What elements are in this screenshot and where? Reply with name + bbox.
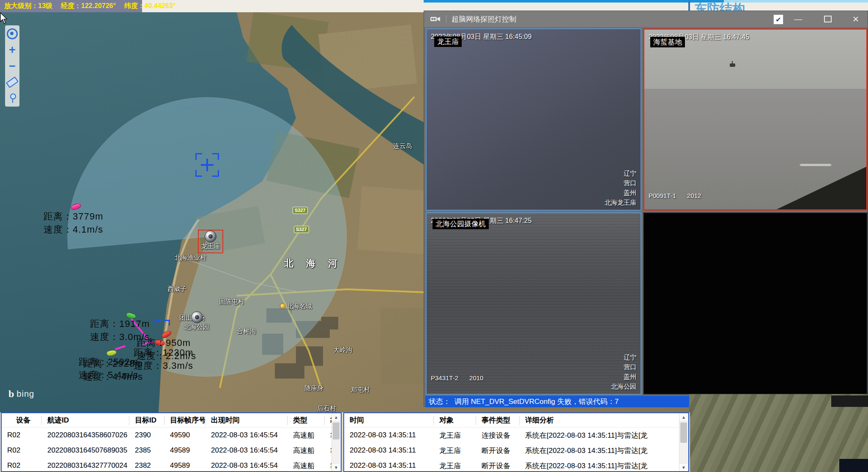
background-window-divider bbox=[688, 1, 690, 11]
check-icon: ✔ bbox=[775, 16, 781, 24]
map-label: 固陈屯村 bbox=[219, 298, 244, 306]
title-separator bbox=[446, 15, 446, 23]
device-code-overlay: P0091T-1 2012 bbox=[649, 192, 701, 199]
map-label: 后石村 bbox=[317, 404, 336, 412]
camera-marker-longwangmiao[interactable]: 龙王庙 bbox=[198, 230, 223, 253]
background-dark-panel bbox=[831, 395, 868, 407]
maximize-button[interactable] bbox=[821, 13, 835, 25]
video-feed-empty[interactable] bbox=[643, 212, 868, 395]
bottom-panel: 设备 航迹ID 目标ID 目标帧序号 出现时间 类型 靠 R0220220803… bbox=[0, 412, 690, 472]
minimize-button[interactable]: — bbox=[791, 13, 805, 25]
target-annotation: 距离：3779m速度：4.1m/s bbox=[44, 210, 103, 236]
status-label: 状态： bbox=[429, 397, 450, 406]
track-table: 设备 航迹ID 目标ID 目标帧序号 出现时间 类型 靠 R0220220803… bbox=[1, 412, 342, 472]
target-crosshair bbox=[195, 153, 219, 177]
table-row[interactable]: 2022-08-03 14:35:11龙王庙 连接设备系统在[2022-08-0… bbox=[344, 428, 679, 443]
sea-texture bbox=[427, 213, 641, 394]
scroll-down-icon[interactable]: ▼ bbox=[679, 463, 688, 471]
map-label: 随庙身 bbox=[304, 384, 323, 392]
boat-wake bbox=[800, 164, 831, 166]
map-label: 大岭沟 bbox=[333, 346, 352, 354]
event-table-header: 时间 对象 事件类型 详细分析 bbox=[344, 413, 679, 428]
minimize-icon: — bbox=[794, 14, 802, 24]
locate-icon[interactable] bbox=[7, 29, 18, 39]
scroll-up-icon[interactable]: ▲ bbox=[332, 413, 340, 421]
poi-icon bbox=[280, 303, 285, 309]
scrollbar[interactable]: ▲ ▼ bbox=[331, 413, 341, 471]
video-feed-haizhe-base[interactable]: 2022年08月03日 星期三 16:47:45 海蜇基地 P0091T-1 2… bbox=[643, 28, 868, 211]
target-bracket-icon bbox=[164, 320, 170, 326]
road-badge: S327 bbox=[293, 207, 308, 214]
camera-marker-beihai-park[interactable] bbox=[191, 311, 203, 323]
scrollbar-thumb[interactable] bbox=[680, 423, 687, 443]
table-row[interactable]: R0220220803164507689035 238549589 2022-0… bbox=[2, 443, 331, 458]
map-toolbar: + − bbox=[5, 25, 19, 107]
feed-label-chip: 海蜇基地 bbox=[650, 37, 685, 47]
table-row[interactable]: 2022-08-03 14:35:11龙王庙 断开设备系统在[2022-08-0… bbox=[344, 443, 679, 458]
dome-camera-icon bbox=[205, 231, 216, 242]
close-button[interactable]: ✕ bbox=[849, 13, 863, 25]
event-table: 时间 对象 事件类型 详细分析 2022-08-03 14:35:11龙王庙 连… bbox=[343, 412, 689, 472]
bing-logo: bbing bbox=[8, 388, 34, 400]
scroll-down-icon[interactable]: ▼ bbox=[332, 463, 340, 471]
scrollbar-thumb[interactable] bbox=[333, 423, 340, 439]
feed-label-chip: 北海公园摄像机 bbox=[433, 219, 489, 229]
map-label: 北海渔业村 bbox=[175, 254, 206, 262]
scrollbar[interactable]: ▲ ▼ bbox=[679, 413, 688, 471]
map-label: 郑屯村 bbox=[351, 386, 370, 394]
table-row[interactable]: 2022-08-03 14:35:11龙王庙 断开设备系统在[2022-08-0… bbox=[344, 458, 679, 472]
status-message: 调用 NET_DVR_SetDVRConfig 失败，错误代码：7 bbox=[455, 397, 619, 406]
scroll-up-icon[interactable]: ▲ bbox=[679, 413, 688, 421]
longitude: 经度：122.20726° bbox=[61, 2, 116, 11]
ship-silhouette bbox=[730, 63, 735, 67]
road-badge: S327 bbox=[294, 226, 309, 233]
table-row[interactable]: R0220220803164358607026 239049590 2022-0… bbox=[2, 428, 331, 443]
map-label: 连云岛 bbox=[393, 142, 412, 150]
screen: + − 龙王庙 连云岛 北海渔业村 bbox=[0, 0, 868, 472]
zoom-level: 放大级别：13级 bbox=[4, 2, 52, 11]
titlebar-checkbox[interactable]: ✔ bbox=[773, 14, 783, 25]
target-bracket-icon bbox=[155, 320, 161, 326]
map-label: 北海公园 bbox=[184, 323, 209, 331]
ruler-icon[interactable] bbox=[7, 77, 18, 87]
feed-label-chip: 龙王庙 bbox=[434, 36, 462, 47]
camera-label: 龙王庙 bbox=[201, 242, 220, 250]
video-feed-longwangmiao[interactable]: 2022年08月03日 星期三 16:45:09 龙王庙 辽宁 营口 盖州 北海… bbox=[426, 28, 641, 211]
close-icon: ✕ bbox=[852, 14, 859, 24]
searchlight-control-window: 超脑网络探照灯控制 ✔ — ✕ 2022年08月03日 星期三 16:45:09… bbox=[424, 11, 868, 407]
track-table-header: 设备 航迹ID 目标ID 目标帧序号 出现时间 类型 靠 bbox=[2, 413, 331, 428]
device-code-overlay: P3431T-2 2010 bbox=[431, 374, 483, 381]
map-label: 合树沟 bbox=[237, 327, 256, 335]
target-annotation-overlap: 距离：2928m速度：4.4m/s bbox=[83, 357, 143, 383]
latitude: 纬度：40.44263° bbox=[124, 2, 175, 11]
status-bar: 状态： 调用 NET_DVR_SetDVRConfig 失败，错误代码：7 bbox=[425, 396, 690, 407]
table-row[interactable]: R0220220803164327770024 238249589 2022-0… bbox=[2, 458, 331, 472]
map-label: 西崴子 bbox=[167, 285, 186, 293]
background-window-edge bbox=[724, 0, 868, 3]
map-label-river: 北海河 bbox=[284, 257, 350, 270]
zoom-out-button[interactable]: − bbox=[7, 61, 18, 71]
dome-camera-icon bbox=[191, 311, 203, 323]
background-dark-panel bbox=[839, 459, 868, 472]
pin-icon[interactable] bbox=[7, 93, 18, 103]
window-title: 超脑网络探照灯控制 bbox=[452, 14, 516, 24]
maximize-icon bbox=[824, 16, 832, 22]
coordinate-readout: 放大级别：13级 经度：122.20726° 纬度：40.44263° bbox=[0, 0, 142, 12]
mouse-cursor-icon bbox=[0, 12, 9, 25]
zoom-in-button[interactable]: + bbox=[7, 45, 18, 55]
map-label-poi: 北海名城 bbox=[280, 302, 312, 310]
video-feed-beihai-park[interactable]: 2022年08月03日 星期三 16:47:25 北海公园摄像机 P3431T-… bbox=[426, 212, 641, 395]
feed-location-overlay: 辽宁 营口 盖州 北海龙王庙 bbox=[605, 168, 636, 207]
feed-location-overlay: 辽宁 营口 盖州 北海公园 bbox=[611, 352, 636, 391]
video-camera-icon bbox=[430, 16, 441, 22]
